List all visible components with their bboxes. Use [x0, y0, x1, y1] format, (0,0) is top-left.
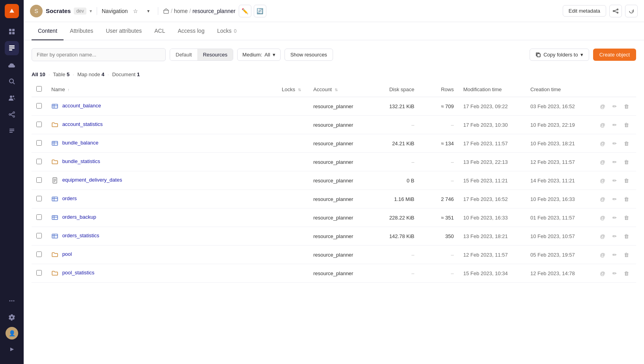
user-menu-chevron[interactable]: ▾ [90, 8, 92, 14]
pill-document[interactable]: Document 1 [112, 71, 140, 77]
breadcrumb-current[interactable]: resource_planner [193, 8, 236, 14]
breadcrumb-home[interactable]: home [174, 8, 188, 14]
copy-folders-button[interactable]: Copy folders to ▾ [530, 49, 589, 61]
row-account: resource_planner [309, 190, 372, 208]
view-default-button[interactable]: Default [170, 49, 197, 60]
sidebar-item-users[interactable] [5, 91, 19, 105]
row-delete-button[interactable]: 🗑 [621, 120, 631, 130]
row-rows: ≈ 709 [419, 97, 459, 116]
row-acl-button[interactable]: @ [597, 157, 608, 167]
row-checkbox[interactable] [36, 140, 42, 146]
user-profile-icon[interactable]: 👤 [6, 327, 18, 340]
pill-mapnode[interactable]: Map node 4 [77, 71, 105, 77]
show-resources-button[interactable]: Show resources [285, 49, 333, 61]
tab-content[interactable]: Content [32, 22, 64, 40]
row-acl-button[interactable]: @ [597, 138, 608, 148]
pill-all[interactable]: All 10 [32, 71, 45, 77]
row-name[interactable]: orders_backup [62, 214, 96, 220]
sidebar-item-query[interactable] [5, 74, 19, 88]
row-checkbox[interactable] [36, 196, 42, 201]
edit-path-button[interactable]: ✏️ [239, 5, 251, 17]
row-edit-button[interactable]: ✏ [609, 268, 620, 278]
divider2 [158, 7, 158, 15]
edit-metadata-button[interactable]: Edit metadata [563, 5, 606, 17]
table-row: bundle_statistics resource_planner – – 1… [32, 153, 636, 171]
row-name[interactable]: account_balance [62, 103, 101, 109]
row-edit-button[interactable]: ✏ [609, 250, 620, 260]
row-edit-button[interactable]: ✏ [609, 175, 620, 186]
row-name[interactable]: bundle_balance [62, 140, 99, 146]
select-all-checkbox[interactable] [36, 86, 42, 92]
sidebar-item-more[interactable] [5, 294, 19, 308]
row-edit-button[interactable]: ✏ [609, 120, 620, 130]
refresh-button[interactable] [625, 5, 638, 17]
row-acl-button[interactable]: @ [597, 194, 608, 204]
sidebar-item-logs[interactable] [5, 124, 19, 138]
sidebar-item-dashboard[interactable] [5, 24, 19, 39]
filter-input[interactable] [32, 48, 166, 61]
tab-user-attributes[interactable]: User attributes [99, 22, 148, 40]
tab-attributes[interactable]: Attributes [64, 22, 99, 40]
pill-table[interactable]: Table 5 [53, 71, 69, 77]
row-edit-button[interactable]: ✏ [609, 194, 620, 204]
row-edit-button[interactable]: ✏ [609, 231, 620, 241]
create-object-button[interactable]: Create object [593, 49, 636, 61]
row-acl-button[interactable]: @ [597, 250, 608, 260]
row-acl-button[interactable]: @ [597, 101, 608, 111]
row-acl-button[interactable]: @ [597, 268, 608, 278]
row-name[interactable]: bundle_statistics [62, 158, 100, 164]
col-header-locks[interactable]: Locks ⇅ [277, 82, 309, 97]
row-acl-button[interactable]: @ [597, 120, 608, 130]
row-checkbox[interactable] [36, 159, 42, 164]
row-name[interactable]: orders_statistics [62, 233, 99, 238]
row-checkbox[interactable] [36, 177, 42, 183]
row-acl-button[interactable]: @ [597, 212, 608, 223]
row-delete-button[interactable]: 🗑 [621, 212, 631, 223]
col-header-account[interactable]: Account ⇅ [309, 82, 372, 97]
navigation-label[interactable]: Navigation [102, 8, 128, 14]
tab-locks[interactable]: Locks 0 [211, 22, 243, 40]
row-delete-button[interactable]: 🗑 [621, 101, 631, 111]
view-resources-button[interactable]: Resources [197, 49, 233, 60]
row-delete-button[interactable]: 🗑 [621, 157, 631, 167]
col-header-name[interactable]: Name ↑ [47, 82, 277, 97]
share-button[interactable] [609, 5, 622, 17]
expand-icon[interactable]: ▶ [5, 342, 19, 356]
row-delete-button[interactable]: 🗑 [621, 268, 631, 278]
row-edit-button[interactable]: ✏ [609, 138, 620, 148]
sidebar-item-cloud[interactable] [5, 58, 19, 72]
row-edit-button[interactable]: ✏ [609, 212, 620, 223]
tab-access-log[interactable]: Access log [171, 22, 211, 40]
row-checkbox[interactable] [36, 103, 42, 109]
row-edit-button[interactable]: ✏ [609, 101, 620, 111]
row-delete-button[interactable]: 🗑 [621, 231, 631, 241]
row-delete-button[interactable]: 🗑 [621, 138, 631, 148]
sidebar-item-content[interactable] [5, 41, 19, 55]
row-delete-button[interactable]: 🗑 [621, 175, 631, 186]
row-checkbox[interactable] [36, 214, 42, 220]
nav-chevron-button[interactable]: ▾ [144, 6, 153, 16]
pill-mapnode-label: Map node [77, 71, 100, 77]
col-header-disk: Disk space [372, 82, 419, 97]
row-name[interactable]: orders [62, 195, 77, 201]
row-disk: 142.78 KiB [372, 227, 419, 246]
settings-icon[interactable] [5, 310, 19, 325]
row-edit-button[interactable]: ✏ [609, 157, 620, 167]
row-name[interactable]: equipment_delivery_dates [62, 177, 122, 183]
sidebar-item-integrations[interactable] [5, 107, 19, 122]
nav-star-button[interactable]: ☆ [131, 6, 140, 16]
row-acl-button[interactable]: @ [597, 175, 608, 186]
row-name[interactable]: account_statistics [62, 121, 103, 127]
row-checkbox[interactable] [36, 251, 42, 257]
row-name[interactable]: pool_statistics [62, 270, 95, 276]
row-checkbox[interactable] [36, 233, 42, 238]
row-checkbox[interactable] [36, 122, 42, 127]
medium-select[interactable]: Medium: All ▾ [237, 49, 280, 61]
row-delete-button[interactable]: 🗑 [621, 194, 631, 204]
row-delete-button[interactable]: 🗑 [621, 250, 631, 260]
row-acl-button[interactable]: @ [597, 231, 608, 241]
row-name[interactable]: pool [62, 251, 72, 257]
tab-acl[interactable]: ACL [148, 22, 171, 40]
history-button[interactable]: 🔄 [254, 5, 266, 17]
row-checkbox[interactable] [36, 270, 42, 276]
